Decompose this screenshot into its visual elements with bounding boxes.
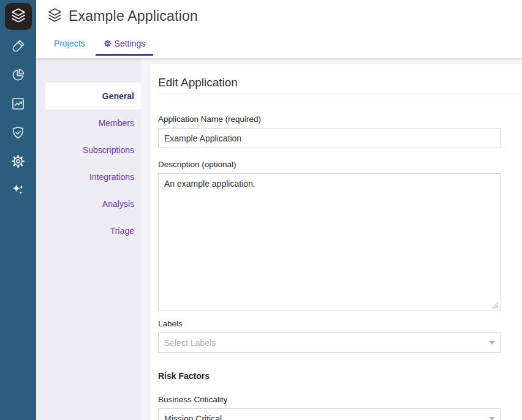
rail-button-settings[interactable] — [0, 147, 36, 176]
nav-item-members[interactable]: Members — [36, 110, 141, 137]
shield-check-icon — [10, 125, 26, 140]
app-header: Example Application Projects Settings — [36, 0, 522, 58]
edit-application-form: Application Name (required) Description … — [158, 114, 501, 420]
business-criticality-select[interactable]: Mission Critical — [158, 408, 501, 420]
business-criticality-field-group: Business Criticality Mission Critical — [158, 395, 501, 420]
breadcrumb-brand: Example Application — [47, 7, 198, 26]
tab-settings[interactable]: Settings — [96, 35, 154, 56]
pie-chart-icon — [10, 67, 26, 83]
chevron-down-icon — [489, 341, 495, 345]
description-label: Description (optional) — [158, 160, 501, 170]
rail-button-security[interactable] — [0, 118, 36, 147]
test-tube-icon — [10, 39, 26, 54]
nav-item-triage[interactable]: Triage — [36, 217, 141, 244]
labels-select[interactable]: Select Labels — [158, 332, 501, 353]
application-name-label: Application Name (required) — [158, 114, 501, 124]
edit-application-panel: Edit Application Application Name (requi… — [150, 64, 522, 420]
rail-button-reports[interactable] — [0, 61, 36, 89]
app-window: { "header": { "title": "Example Applicat… — [0, 0, 522, 420]
heading-divider — [158, 94, 522, 94]
nav-item-general[interactable]: General — [45, 83, 141, 110]
page-title: Example Application — [69, 8, 198, 24]
tab-settings-label: Settings — [115, 39, 146, 48]
panel-heading: Edit Application — [158, 77, 501, 89]
chevron-down-icon — [489, 417, 495, 420]
app-rail — [0, 0, 36, 420]
description-field-group: Description (optional) An example applic… — [158, 160, 501, 310]
app-logo-button[interactable] — [5, 3, 32, 30]
tab-projects[interactable]: Projects — [54, 35, 85, 56]
application-name-input[interactable] — [158, 128, 501, 148]
description-textarea[interactable]: An example application. — [158, 173, 501, 310]
risk-factors-heading: Risk Factors — [158, 371, 501, 381]
tab-projects-label: Projects — [54, 39, 85, 48]
rail-button-tests[interactable] — [0, 32, 36, 61]
rail-button-analytics[interactable] — [0, 89, 36, 118]
nav-item-analysis[interactable]: Analysis — [36, 190, 141, 217]
gear-icon — [10, 154, 26, 169]
sparkles-icon — [10, 182, 26, 198]
rail-icon-list — [0, 32, 36, 204]
nav-item-integrations[interactable]: Integrations — [36, 163, 141, 190]
layers-logo-icon — [10, 7, 27, 26]
labels-label: Labels — [158, 319, 501, 329]
layers-brand-icon — [47, 7, 63, 26]
settings-nav: General Members Subscriptions Integratio… — [36, 58, 141, 420]
business-criticality-label: Business Criticality — [158, 395, 501, 405]
labels-field-group: Labels Select Labels — [158, 319, 501, 353]
line-chart-icon — [10, 96, 26, 111]
page-body: General Members Subscriptions Integratio… — [36, 58, 522, 420]
textarea-resize-handle[interactable] — [491, 301, 499, 308]
business-criticality-value: Mission Critical — [164, 414, 222, 420]
nav-item-subscriptions[interactable]: Subscriptions — [36, 137, 141, 163]
tab-bar: Projects Settings — [54, 35, 153, 56]
rail-button-ai[interactable] — [0, 176, 36, 204]
application-name-field-group: Application Name (required) — [158, 114, 501, 148]
gear-small-icon — [104, 39, 112, 48]
labels-select-placeholder: Select Labels — [164, 338, 216, 348]
